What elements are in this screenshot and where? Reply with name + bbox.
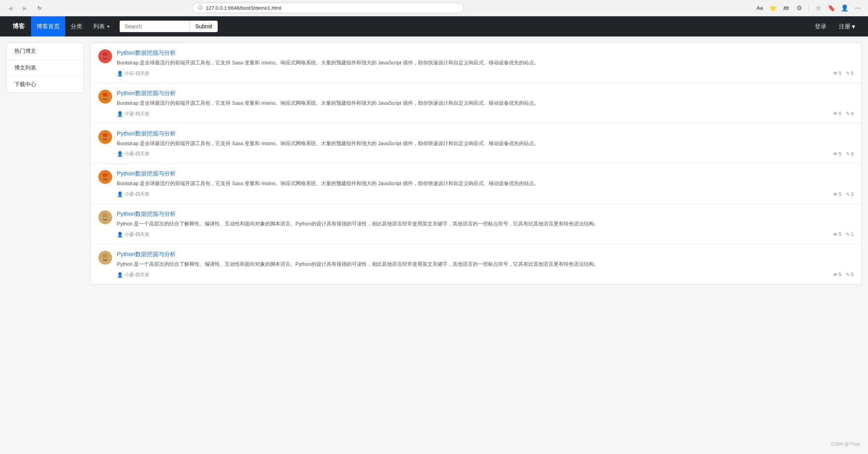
post-title[interactable]: Python数据挖掘与分析 [117, 90, 854, 97]
back-button[interactable]: ◀ [5, 3, 16, 14]
post-item: Python数据挖掘与分析 Python 是一个高层次的结合了解释性、编译性、互… [90, 244, 861, 284]
post-stats: 👁 5 ✎ 5 [833, 71, 854, 76]
url-text: 127.0.0.1:8848/boot3/demo1.html [206, 5, 281, 11]
nav-item-list[interactable]: 列表 ▼ [88, 16, 116, 36]
post-meta: 👤 小梁-四天前 👁 5 ✎ 4 [117, 111, 854, 117]
profile-button[interactable]: 👤 [839, 3, 850, 14]
post-body: Python数据挖掘与分析 Bootstrap 是全球最流行的前端开源工具包，它… [117, 130, 854, 158]
view-stat: 👁 5 [833, 111, 842, 116]
post-meta: 👤 小梁-四天前 👁 5 ✎ 3 [117, 151, 854, 157]
post-author: 👤 小梁-四天前 [117, 111, 149, 117]
view-stat: 👁 5 [833, 272, 842, 277]
author-text: 小梁-四天前 [125, 191, 149, 198]
more-button[interactable]: ⋯ [852, 3, 863, 14]
svg-point-34 [102, 213, 108, 217]
search-submit-button[interactable]: Submit [189, 21, 218, 32]
eye-icon: 👁 [833, 192, 838, 197]
edit-icon: ✎ [846, 111, 850, 116]
post-stats: 👁 5 ✎ 0 [833, 272, 854, 277]
author-icon: 👤 [117, 71, 123, 76]
forward-button[interactable]: ▶ [19, 3, 30, 14]
post-desc: Python 是一个高层次的结合了解释性、编译性、互动性和面向对象的脚本语言。P… [117, 260, 854, 269]
author-icon: 👤 [117, 232, 123, 237]
edit-icon: ✎ [846, 192, 850, 197]
author-icon: 👤 [117, 111, 123, 117]
page-container: 热门博文 博文列表 下载中心 [0, 36, 868, 291]
view-count: 5 [839, 272, 842, 277]
navbar: 博客 博客首页 分类 列表 ▼ Submit 登录 注册 ▼ [0, 16, 868, 36]
register-dropdown-caret: ▼ [851, 23, 856, 30]
post-header: Python数据挖掘与分析 Bootstrap 是全球最流行的前端开源工具包，它… [98, 90, 854, 117]
author-text: 小梁-四天前 [125, 151, 149, 157]
avatar-svg [98, 90, 112, 104]
svg-point-20 [102, 133, 108, 137]
post-meta: 👤 小梁-四天前 👁 5 ✎ 2 [117, 191, 854, 198]
comment-stat: ✎ 3 [846, 151, 854, 157]
post-author: 👤 小梁-四天前 [117, 191, 149, 198]
view-stat: 👁 5 [833, 71, 842, 76]
read-mode-button[interactable]: Aa [754, 3, 765, 14]
author-text: 小梁-四天前 [125, 111, 149, 117]
comment-count: 0 [851, 272, 854, 277]
post-desc: Bootstrap 是全球最流行的前端开源工具包，它支持 Sass 变量和 mi… [117, 180, 854, 188]
address-bar[interactable]: ⓘ 127.0.0.1:8848/boot3/demo1.html [192, 3, 464, 13]
post-avatar [98, 210, 112, 224]
bookmark-button[interactable]: ☆ [813, 3, 824, 14]
post-author: 👤 小石-四天前 [117, 70, 149, 77]
author-icon: 👤 [117, 191, 123, 197]
nav-register-button[interactable]: 注册 ▼ [833, 16, 862, 36]
nav-brand[interactable]: 博客 [6, 16, 31, 36]
search-input[interactable] [120, 21, 189, 32]
post-avatar [98, 49, 112, 63]
post-avatar [98, 130, 112, 144]
post-stats: 👁 5 ✎ 4 [833, 111, 854, 116]
sidebar-item-hot[interactable]: 热门博文 [7, 43, 83, 60]
sidebar-item-list[interactable]: 博文列表 [7, 60, 83, 76]
comment-stat: ✎ 1 [846, 232, 854, 237]
post-header: Python数据挖掘与分析 Python 是一个高层次的结合了解释性、编译性、互… [98, 210, 854, 238]
search-form: Submit [120, 21, 218, 32]
post-item: Python数据挖掘与分析 Bootstrap 是全球最流行的前端开源工具包，它… [90, 83, 861, 124]
post-meta: 👤 小梁-四天前 👁 5 ✎ 0 [117, 272, 854, 278]
view-count: 5 [839, 151, 842, 157]
eye-icon: 👁 [833, 151, 838, 157]
view-count: 5 [839, 192, 842, 197]
comment-count: 1 [851, 232, 854, 237]
refresh-button[interactable]: ↻ [34, 3, 45, 14]
post-title[interactable]: Python数据挖掘与分析 [117, 170, 854, 177]
post-desc: Bootstrap 是全球最流行的前端开源工具包，它支持 Sass 变量和 mi… [117, 99, 854, 107]
avatar-svg [98, 170, 112, 184]
favorites-star-button[interactable]: ⭐ [767, 3, 778, 14]
nav-login-button[interactable]: 登录 [809, 16, 832, 36]
avatar-svg [98, 49, 112, 63]
post-stats: 👁 5 ✎ 1 [833, 232, 854, 237]
svg-point-41 [102, 254, 108, 258]
post-avatar [98, 170, 112, 184]
settings-button[interactable]: ⚙ [794, 3, 805, 14]
sidebar-card: 热门博文 博文列表 下载中心 [6, 43, 84, 93]
post-title[interactable]: Python数据挖掘与分析 [117, 210, 854, 218]
post-title[interactable]: Python数据挖掘与分析 [117, 130, 854, 137]
author-text: 小梁-四天前 [125, 231, 149, 238]
sidebar-item-download[interactable]: 下载中心 [7, 76, 83, 93]
post-item: Python数据挖掘与分析 Bootstrap 是全球最流行的前端开源工具包，它… [90, 124, 861, 164]
view-count: 5 [839, 232, 842, 237]
edit-icon: ✎ [846, 151, 850, 157]
post-meta: 👤 小梁-四天前 👁 5 ✎ 1 [117, 231, 854, 238]
post-header: Python数据挖掘与分析 Bootstrap 是全球最流行的前端开源工具包，它… [98, 130, 854, 158]
collections-button[interactable]: 🔖 [826, 3, 837, 14]
eye-icon: 👁 [833, 71, 838, 76]
post-avatar [98, 90, 112, 104]
svg-point-27 [102, 173, 108, 177]
post-title[interactable]: Python数据挖掘与分析 [117, 251, 854, 258]
post-title[interactable]: Python数据挖掘与分析 [117, 49, 854, 57]
edit-icon: ✎ [846, 232, 850, 237]
dropdown-caret: ▼ [106, 24, 110, 29]
author-icon: 👤 [117, 151, 123, 157]
nav-item-category[interactable]: 分类 [65, 16, 88, 36]
post-item: Python数据挖掘与分析 Bootstrap 是全球最流行的前端开源工具包，它… [90, 164, 861, 204]
divider [809, 4, 809, 12]
nav-item-home[interactable]: 博客首页 [31, 16, 65, 36]
m-button[interactable]: m [781, 3, 792, 14]
browser-right-icons: Aa ⭐ m ⚙ ☆ 🔖 👤 ⋯ [754, 3, 863, 14]
